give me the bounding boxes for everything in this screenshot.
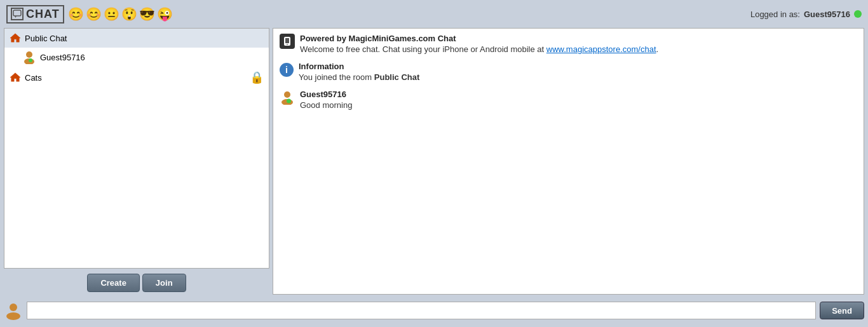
msg-title-welcome: Powered by MagicMiniGames.com Chat	[300, 34, 658, 43]
msg-header-welcome: Powered by MagicMiniGames.com Chat Welco…	[280, 34, 857, 54]
user-avatar-guest95716	[22, 50, 36, 64]
svg-point-3	[26, 51, 32, 58]
svg-marker-2	[10, 34, 20, 43]
send-button[interactable]: Send	[820, 302, 864, 319]
content-row: Public Chat Guest95716 Cats	[4, 28, 864, 295]
main-container: Public Chat Guest95716 Cats	[0, 28, 868, 327]
app-header: CHAT 😊 😊 😐 😲 😎 😜 Logged in as: Guest9571…	[0, 0, 868, 28]
house-icon-cats	[10, 72, 21, 83]
svg-point-14	[6, 312, 20, 320]
msg-header-info: i Information You joined the room Public…	[280, 62, 857, 82]
emoji-6[interactable]: 😜	[157, 6, 173, 22]
msg-body-welcome: Welcome to free chat. Chat using your iP…	[300, 44, 658, 54]
chat-message-welcome: Powered by MagicMiniGames.com Chat Welco…	[280, 34, 857, 54]
chat-panel: Powered by MagicMiniGames.com Chat Welco…	[273, 28, 864, 295]
msg-header-user: Guest95716 Good morning	[280, 90, 857, 110]
welcome-link[interactable]: www.magicappstore.com/chat	[546, 44, 656, 54]
room-label-public-chat: Public Chat	[25, 34, 67, 43]
msg-body-info: You joined the room Public Chat	[299, 72, 419, 82]
input-bar: Send	[4, 298, 864, 323]
info-icon: i	[280, 63, 294, 77]
info-room-name: Public Chat	[374, 72, 420, 82]
emoji-4[interactable]: 😲	[121, 6, 137, 22]
info-text: You joined the room	[299, 72, 374, 82]
logged-in-username: Guest95716	[804, 10, 850, 19]
emoji-1[interactable]: 😊	[68, 6, 84, 22]
chat-bubble-icon	[13, 10, 22, 18]
emoji-bar: 😊 😊 😐 😲 😎 😜	[68, 6, 173, 22]
left-panel: Public Chat Guest95716 Cats	[4, 28, 269, 295]
svg-marker-1	[15, 16, 17, 18]
rooms-buttons: Create Join	[4, 271, 269, 295]
svg-point-13	[10, 304, 17, 311]
input-user-avatar	[4, 301, 23, 320]
emoji-3[interactable]: 😐	[104, 6, 119, 22]
svg-rect-0	[13, 10, 21, 16]
emoji-5[interactable]: 😎	[139, 6, 155, 22]
svg-point-10	[284, 91, 290, 98]
app-logo: CHAT	[6, 5, 64, 23]
logo-box-icon	[11, 8, 24, 20]
chat-message-info: i Information You joined the room Public…	[280, 62, 857, 82]
svg-point-5	[29, 58, 32, 62]
user-item-guest95716[interactable]: Guest95716	[4, 48, 269, 67]
user-msg-avatar	[280, 90, 295, 105]
welcome-text: Welcome to free chat. Chat using your iP…	[300, 44, 546, 54]
svg-point-9	[287, 44, 288, 45]
svg-marker-6	[10, 73, 20, 82]
create-button[interactable]: Create	[87, 274, 139, 292]
rooms-list: Public Chat Guest95716 Cats	[4, 28, 269, 269]
online-indicator	[854, 10, 862, 18]
logged-in-label: Logged in as:	[750, 10, 800, 19]
room-item-cats[interactable]: Cats 🔒	[4, 67, 269, 88]
msg-title-info: Information	[299, 62, 419, 71]
house-icon-public	[10, 32, 21, 44]
header-left: CHAT 😊 😊 😐 😲 😎 😜	[6, 5, 173, 23]
phone-icon	[280, 34, 295, 49]
room-item-public-chat[interactable]: Public Chat	[4, 29, 269, 48]
lock-icon-cats: 🔒	[250, 70, 264, 84]
svg-point-12	[287, 99, 291, 103]
logo-text: CHAT	[26, 8, 60, 21]
emoji-2[interactable]: 😊	[86, 6, 102, 22]
join-button[interactable]: Join	[142, 274, 186, 292]
mobile-phone-svg	[283, 37, 292, 46]
login-status: Logged in as: Guest95716	[750, 10, 862, 19]
user-label-guest95716: Guest95716	[40, 53, 85, 62]
msg-body-user: Good morning	[300, 100, 352, 110]
chat-input[interactable]	[27, 302, 816, 319]
svg-rect-8	[285, 38, 289, 43]
msg-content-user: Guest95716 Good morning	[300, 90, 352, 110]
chat-message-user: Guest95716 Good morning	[280, 90, 857, 110]
msg-content-info: Information You joined the room Public C…	[299, 62, 419, 82]
msg-content-welcome: Powered by MagicMiniGames.com Chat Welco…	[300, 34, 658, 54]
msg-title-user: Guest95716	[300, 90, 352, 99]
room-label-cats: Cats	[25, 73, 42, 83]
